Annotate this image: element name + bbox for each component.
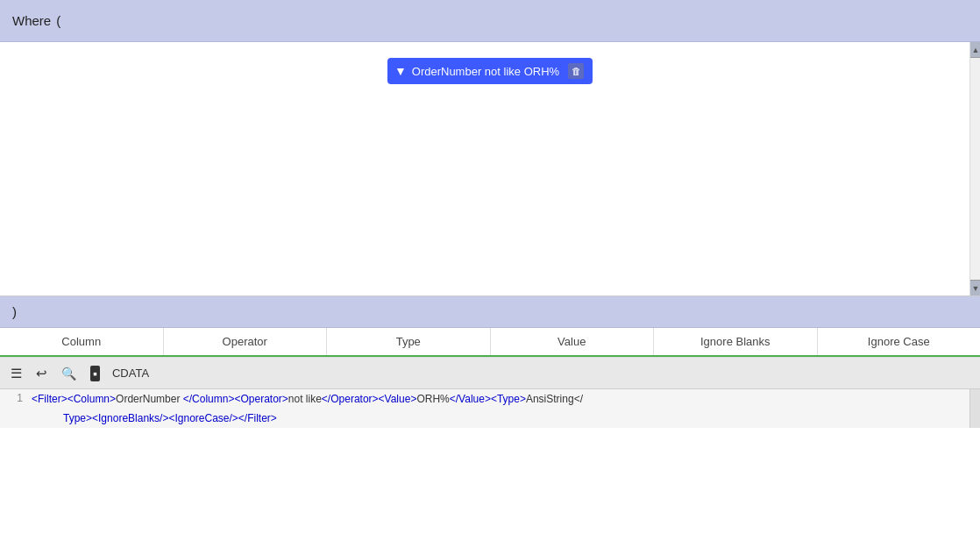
filter-chip[interactable]: ▼ OrderNumber not like ORH% 🗑 [387,58,593,84]
xml-line-1-content-cont: Type><IgnoreBlanks/><IgnoreCase/></Filte… [32,410,969,426]
cdata-label: CDATA [112,367,149,380]
xml-editor-body: 1 <Filter><Column>OrderNumber </Column><… [0,389,980,428]
type-value: AnsiString</ [526,393,583,405]
scroll-up-button[interactable]: ▲ [970,42,980,58]
filter-open-tag: <Filter> [32,393,67,405]
lines-button[interactable]: ☰ [7,364,25,383]
column-header-operator: Operator [164,328,328,355]
column-open-tag: <Column> [67,393,116,405]
where-keyword: Where [12,13,51,28]
column-value: OrderNumber [116,393,183,405]
filter-drop-zone[interactable]: ▼ OrderNumber not like ORH% 🗑 ▲ ▼ [0,42,980,296]
box-button[interactable]: ▪ [87,364,103,383]
delete-filter-button[interactable]: 🗑 [568,63,584,79]
scroll-down-button[interactable]: ▼ [970,280,980,295]
filter-icon: ▼ [394,64,407,78]
type-close-tag: Type> [63,412,92,424]
line-number-1: 1 [0,391,32,404]
value-open-tag: <Value> [379,393,417,405]
column-close-tag: </Column> [183,393,235,405]
type-open-tag: <Type> [491,393,526,405]
xml-toolbar: ☰ ↩ 🔍 ▪ CDATA [0,358,980,389]
value-close-tag: </Value> [450,393,491,405]
column-header-value: Value [491,328,655,355]
where-clause-header: Where ( [0,0,980,42]
xml-right-scrollbar[interactable] [969,389,980,428]
column-header-ignore-case: Ignore Case [818,328,981,355]
operator-value: not like [288,393,322,405]
ignore-blanks-tag: <IgnoreBlanks/> [92,412,168,424]
wrap-button[interactable]: ↩ [32,364,51,383]
xml-line-1-cont: 1 Type><IgnoreBlanks/><IgnoreCase/></Fil… [0,409,969,428]
column-header-type: Type [327,328,491,355]
open-paren: ( [56,13,60,28]
ignore-case-tag: <IgnoreCase/> [168,412,238,424]
operator-close-tag: </Operator> [322,393,379,405]
xml-line-1: 1 <Filter><Column>OrderNumber </Column><… [0,389,969,409]
column-header-column: Column [0,328,164,355]
close-paren-row: ) [0,296,980,328]
vertical-scrollbar[interactable]: ▲ ▼ [969,42,980,295]
line-number-cont: 1 [0,410,32,424]
filter-chip-container: ▼ OrderNumber not like ORH% 🗑 [0,42,980,84]
xml-editor: ☰ ↩ 🔍 ▪ CDATA 1 <Filter><Column>OrderNum… [0,357,980,428]
operator-open-tag: <Operator> [234,393,288,405]
column-header-ignore-blanks: Ignore Blanks [654,328,818,355]
value-value: ORH% [416,393,449,405]
xml-line-1-content: <Filter><Column>OrderNumber </Column><Op… [32,391,969,407]
search-button[interactable]: 🔍 [58,365,80,382]
columns-header-row: Column Operator Type Value Ignore Blanks… [0,328,980,357]
xml-lines-area[interactable]: 1 <Filter><Column>OrderNumber </Column><… [0,389,969,428]
close-paren: ) [12,304,17,319]
filter-close-tag: </Filter> [238,412,277,424]
filter-chip-text: OrderNumber not like ORH% [412,65,559,78]
